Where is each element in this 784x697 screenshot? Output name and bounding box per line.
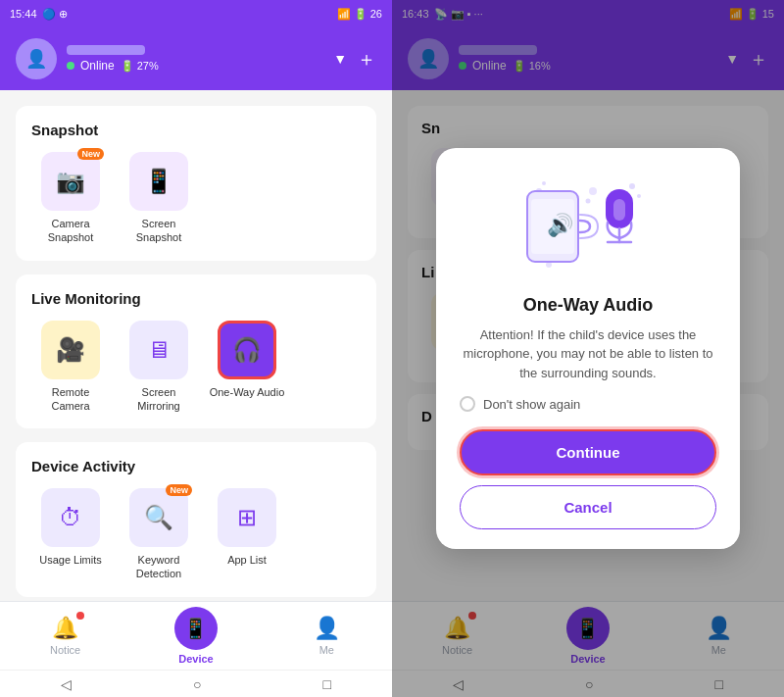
svg-point-2: [629, 183, 635, 189]
nav-me-left[interactable]: 👤 Me: [287, 616, 366, 656]
svg-point-1: [542, 181, 546, 185]
one-way-audio-dialog: 🔊 One-Way Audio: [436, 148, 740, 550]
left-panel: 15:44 🔵 ⊕ 📶 🔋 26 👤 Online 🔋 27% ▼ ＋: [0, 0, 392, 697]
radio-input[interactable]: [460, 396, 475, 412]
me-label-left: Me: [319, 644, 334, 656]
device-icon-left: 📱: [174, 607, 218, 650]
remote-camera-item[interactable]: 🎥 Remote Camera: [31, 321, 110, 414]
dialog-illustration: 🔊: [519, 172, 657, 279]
user-info-left: Online 🔋 27%: [67, 45, 159, 73]
user-status-left: Online 🔋 27%: [67, 59, 159, 73]
dropdown-arrow-left[interactable]: ▼: [333, 51, 347, 67]
svg-rect-9: [613, 199, 625, 221]
dialog-description: Attention! If the child's device uses th…: [460, 325, 716, 383]
time-left: 15:44: [10, 8, 37, 20]
camera-snapshot-icon-wrap: 📷 New: [41, 152, 100, 211]
app-icon: ⊞: [237, 504, 257, 531]
nav-notice-left[interactable]: 🔔 Notice: [26, 616, 105, 656]
header-left: 👤 Online 🔋 27% ▼ ＋: [0, 27, 392, 90]
keyword-icon: 🔍: [144, 504, 173, 531]
screen-snapshot-label: Screen Snapshot: [120, 217, 198, 245]
status-bar-left: 15:44 🔵 ⊕ 📶 🔋 26: [0, 0, 392, 27]
svg-text:🔊: 🔊: [547, 212, 574, 238]
recents-btn-left[interactable]: □: [323, 676, 331, 692]
usage-limits-item[interactable]: ⏱ Usage Limits: [31, 488, 110, 581]
camera-icon: 📷: [56, 168, 85, 195]
screen-mirroring-item[interactable]: 🖥 Screen Mirroring: [120, 321, 198, 414]
screen-snapshot-icon-wrap: 📱: [129, 152, 188, 211]
audio-icon: 🎧: [232, 336, 262, 364]
remote-camera-icon-wrap: 🎥: [41, 321, 100, 379]
dialog-overlay: 🔊 One-Way Audio: [392, 0, 784, 697]
user-name-left: [67, 45, 145, 55]
dont-show-label: Don't show again: [483, 397, 580, 412]
battery-status-left: 📶 🔋 26: [337, 8, 382, 21]
app-list-item[interactable]: ⊞ App List: [208, 488, 286, 581]
app-list-icon-wrap: ⊞: [218, 488, 276, 547]
remote-camera-label: Remote Camera: [31, 385, 110, 414]
home-btn-left[interactable]: ○: [193, 676, 201, 692]
back-btn-left[interactable]: ◁: [61, 676, 72, 692]
keyword-detection-icon-wrap: 🔍 New: [129, 488, 188, 547]
usage-limits-icon-wrap: ⏱: [41, 488, 100, 547]
remote-camera-icon: 🎥: [56, 336, 85, 364]
dialog-title: One-Way Audio: [523, 295, 654, 316]
snapshot-grid: 📷 New Camera Snapshot 📱 Screen Snapshot: [31, 152, 361, 245]
nav-device-left[interactable]: 📱 Device: [157, 607, 235, 665]
online-dot-left: [67, 62, 74, 70]
screen-mirroring-label: Screen Mirroring: [120, 385, 198, 414]
device-activity-grid: ⏱ Usage Limits 🔍 New Keyword Detection ⊞…: [31, 488, 361, 581]
keyword-detection-label: Keyword Detection: [120, 553, 198, 581]
device-activity-title: Device Activity: [31, 458, 361, 474]
sys-nav-left: ◁ ○ □: [0, 670, 392, 697]
camera-badge: New: [77, 148, 104, 160]
snapshot-title: Snapshot: [31, 122, 361, 138]
svg-point-11: [586, 198, 591, 203]
one-way-audio-icon-wrap: 🎧: [218, 321, 276, 379]
live-monitoring-section: Live Monitoring 🎥 Remote Camera 🖥 Screen…: [16, 274, 376, 429]
one-way-audio-item[interactable]: 🎧 One-Way Audio: [208, 321, 286, 414]
device-activity-section: Device Activity ⏱ Usage Limits 🔍 New Key…: [16, 442, 376, 597]
continue-button[interactable]: Continue: [460, 429, 716, 475]
keyword-detection-item[interactable]: 🔍 New Keyword Detection: [120, 488, 198, 581]
content-left: Snapshot 📷 New Camera Snapshot 📱 Screen …: [0, 90, 392, 601]
svg-point-10: [589, 187, 597, 195]
screen-mirroring-icon-wrap: 🖥: [129, 321, 188, 379]
add-button-left[interactable]: ＋: [357, 46, 376, 73]
usage-limits-label: Usage Limits: [39, 553, 102, 567]
keyword-badge: New: [166, 484, 192, 496]
notice-icon-left: 🔔: [52, 616, 78, 641]
svg-point-3: [637, 194, 641, 198]
one-way-audio-label: One-Way Audio: [210, 385, 285, 399]
app-list-label: App List: [227, 553, 267, 567]
avatar-left: 👤: [16, 38, 57, 79]
live-monitoring-title: Live Monitoring: [31, 290, 361, 307]
snapshot-section: Snapshot 📷 New Camera Snapshot 📱 Screen …: [16, 106, 376, 261]
dont-show-checkbox[interactable]: Don't show again: [460, 396, 580, 412]
notice-label-left: Notice: [50, 644, 80, 656]
cancel-button[interactable]: Cancel: [460, 485, 716, 529]
status-icons-left: 🔵 ⊕: [42, 8, 68, 21]
bottom-nav-left: 🔔 Notice 📱 Device 👤 Me: [0, 601, 392, 670]
camera-snapshot-label: Camera Snapshot: [31, 217, 110, 245]
usage-icon: ⏱: [59, 504, 82, 531]
right-panel: 16:43 📡 📷 ▪ ··· 📶 🔋 15 👤 Online 🔋 16%: [392, 0, 784, 697]
battery-pct-left: 🔋 27%: [121, 60, 159, 73]
me-icon-left: 👤: [314, 616, 340, 641]
screen-snapshot-item[interactable]: 📱 Screen Snapshot: [120, 152, 198, 245]
screen-icon: 📱: [144, 168, 173, 195]
camera-snapshot-item[interactable]: 📷 New Camera Snapshot: [31, 152, 110, 245]
notice-badge-left: [76, 612, 84, 620]
live-monitoring-grid: 🎥 Remote Camera 🖥 Screen Mirroring 🎧 One…: [31, 321, 361, 414]
mirroring-icon: 🖥: [147, 336, 171, 364]
device-label-left: Device: [178, 653, 213, 665]
